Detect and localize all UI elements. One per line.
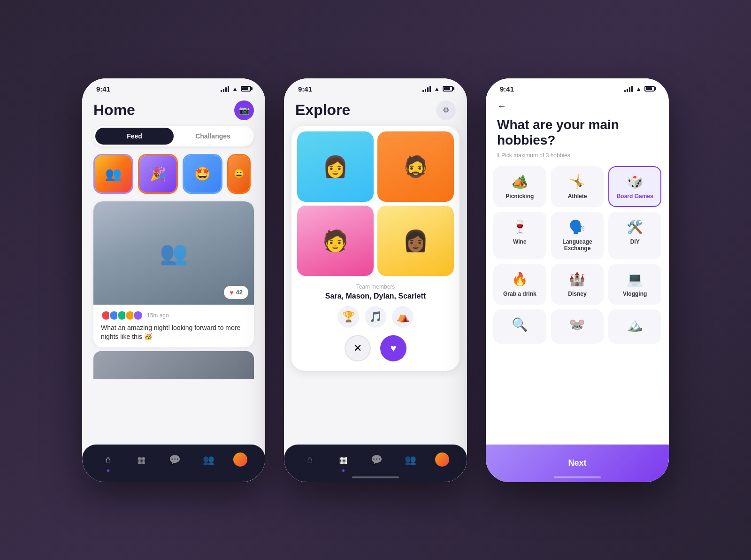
status-icons-2: ▲	[422, 85, 453, 92]
home-indicator-2	[352, 476, 399, 478]
tag-1: 🏆	[337, 306, 359, 328]
nav-chat-icon[interactable]: 💬	[167, 451, 184, 468]
diy-label: DIY	[630, 238, 640, 245]
explore-header: Explore ⚙	[284, 97, 467, 126]
status-bar-2: 9:41 ▲	[284, 78, 467, 97]
hobby-language-exchange[interactable]: 🗣️ Langueage Exchange	[551, 212, 604, 259]
reject-button[interactable]: ✕	[345, 335, 371, 361]
battery-icon-3	[644, 86, 655, 92]
hobby-grab-drink[interactable]: 🔥 Grab a drink	[493, 264, 546, 305]
hobby-wine[interactable]: 🍷 Wine	[493, 212, 546, 259]
athlete-icon: 🤸	[569, 174, 585, 189]
nav-friends-2[interactable]: 👥	[402, 451, 419, 468]
tab-bar: Feed Challanges	[93, 126, 254, 146]
story-item-1[interactable]: 👥	[93, 154, 133, 194]
grab-drink-icon: 🔥	[512, 271, 528, 287]
post-image: 👥 ♥ 42	[93, 201, 254, 305]
wine-label: Wine	[513, 238, 527, 245]
story-item-2[interactable]: 🎉	[138, 154, 178, 194]
photo-cell-3: 🧑	[297, 206, 374, 276]
hobby-athlete[interactable]: 🤸 Athlete	[551, 166, 604, 207]
mystery-icon-2: 🐭	[569, 317, 585, 332]
story-item-3[interactable]: 🤩	[183, 154, 222, 194]
avatar-5	[133, 310, 143, 321]
nav-home-2[interactable]: ⌂	[302, 451, 319, 468]
signal-icon-3	[624, 86, 633, 92]
picnicking-icon: 🏕️	[512, 174, 528, 189]
like-button[interactable]: ♥	[380, 335, 406, 361]
nav-profile-2[interactable]	[435, 453, 449, 467]
like-icon: ♥	[390, 342, 396, 354]
nav-dot-2	[342, 469, 345, 472]
home-indicator-3	[554, 476, 601, 478]
hobby-boardgames[interactable]: 🎲 Board Games	[608, 166, 661, 207]
nav-chat-2[interactable]: 💬	[368, 451, 385, 468]
tab-challenges[interactable]: Challanges	[174, 128, 252, 145]
explore-card: 👩 🧔 🧑 👩🏾	[291, 126, 460, 371]
boardgames-label: Board Games	[617, 193, 653, 199]
hobby-diy[interactable]: 🛠️ DIY	[608, 212, 661, 259]
tab-feed[interactable]: Feed	[95, 128, 174, 145]
nav-friends-icon[interactable]: 👥	[200, 451, 217, 468]
story-item-4[interactable]: 😄	[227, 154, 251, 194]
hobby-mystery-2[interactable]: 🐭	[551, 309, 604, 344]
hint-text: Pick maximum of 3 hobbies	[501, 152, 570, 159]
team-names: Sara, Mason, Dylan, Scarlett	[291, 292, 460, 300]
hobbies-grid: 🏕️ Picnicking 🤸 Athlete 🎲 Board Games 🍷 …	[486, 166, 669, 344]
status-bar-1: 9:41 ▲	[82, 78, 265, 97]
home-title: Home	[93, 101, 135, 119]
athlete-label: Athlete	[568, 193, 587, 199]
grab-drink-label: Grab a drink	[503, 291, 536, 297]
info-icon: ℹ	[497, 152, 499, 159]
post-meta: 15m ago	[101, 310, 246, 321]
filter-button[interactable]: ⚙	[436, 100, 456, 120]
boardgames-icon: 🎲	[627, 174, 643, 189]
hobby-vlogging[interactable]: 💻 Vlogging	[608, 264, 661, 305]
mystery-icon-1: 🔍	[512, 317, 528, 332]
like-count: 42	[236, 289, 243, 296]
post-time: 15m ago	[147, 312, 169, 319]
nav-explore-2[interactable]: ▦	[335, 451, 352, 468]
heart-icon: ♥	[230, 289, 233, 296]
battery-icon-1	[241, 86, 251, 92]
avatar-group	[101, 310, 143, 321]
nav-grid-icon[interactable]: ▦	[133, 451, 150, 468]
hobbies-title: What are your main hobbies?	[497, 117, 658, 148]
status-time-1: 9:41	[96, 85, 110, 93]
post-footer: 15m ago What an amazing night! looking f…	[93, 305, 254, 347]
wifi-icon-3: ▲	[636, 85, 642, 92]
status-icons-1: ▲	[221, 85, 251, 92]
nav-profile-avatar[interactable]	[233, 453, 247, 467]
photo-cell-4: 👩🏾	[377, 206, 454, 276]
status-time-3: 9:41	[500, 85, 514, 93]
next-post-preview	[93, 351, 254, 379]
picnicking-label: Picnicking	[506, 193, 534, 199]
nav-home-icon[interactable]: ⌂	[100, 451, 117, 468]
status-icons-3: ▲	[624, 85, 655, 92]
tag-2: 🎵	[365, 306, 386, 328]
battery-icon-2	[443, 86, 453, 92]
diy-icon: 🛠️	[627, 219, 643, 235]
camera-button[interactable]: 📷	[234, 100, 254, 120]
hobbies-header: ← What are your main hobbies? ℹ Pick max…	[486, 97, 669, 166]
disney-icon: 🏰	[569, 271, 585, 287]
next-button-label: Next	[568, 458, 586, 468]
explore-title: Explore	[295, 101, 350, 119]
hobby-mystery-3[interactable]: 🏔️	[608, 309, 661, 344]
photo-cell-1: 👩	[297, 131, 374, 202]
phone-explore: 9:41 ▲ Explore ⚙	[284, 78, 467, 482]
tag-row: 🏆 🎵 ⛺	[291, 306, 460, 328]
signal-icon-2	[422, 86, 431, 92]
tag-3: ⛺	[392, 306, 414, 328]
wifi-icon-2: ▲	[434, 85, 440, 92]
action-row: ✕ ♥	[291, 335, 460, 361]
hobby-disney[interactable]: 🏰 Disney	[551, 264, 604, 305]
phone-hobbies: 9:41 ▲ ← What are your main hobbies? ℹ P…	[486, 78, 669, 482]
back-button[interactable]: ←	[497, 100, 658, 111]
status-bar-3: 9:41 ▲	[486, 78, 669, 97]
hobby-mystery-1[interactable]: 🔍	[493, 309, 546, 344]
hobby-picnicking[interactable]: 🏕️ Picnicking	[493, 166, 546, 207]
reject-icon: ✕	[353, 342, 362, 354]
like-badge: ♥ 42	[224, 286, 248, 299]
nav-active-dot	[107, 469, 109, 472]
